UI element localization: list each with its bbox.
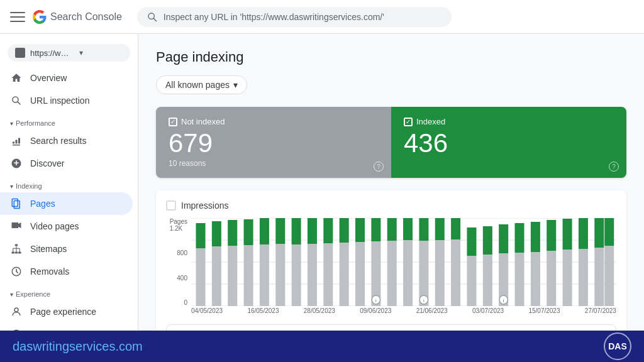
svg-rect-59 bbox=[435, 240, 445, 306]
hamburger-icon[interactable] bbox=[10, 9, 25, 25]
filter-button[interactable]: All known pages ▾ bbox=[156, 75, 247, 94]
google-g-icon bbox=[33, 10, 47, 24]
x-label-5: 21/06/2023 bbox=[416, 307, 448, 314]
svg-rect-25 bbox=[196, 248, 206, 306]
svg-point-16 bbox=[14, 308, 18, 312]
not-indexed-sub: 10 reasons bbox=[169, 159, 379, 168]
filter-label: All known pages bbox=[165, 80, 230, 90]
svg-rect-36 bbox=[275, 218, 285, 244]
sidebar-label-pages: Pages bbox=[30, 199, 55, 209]
chevron-down-icon: ▾ bbox=[10, 291, 13, 298]
svg-rect-78 bbox=[563, 219, 572, 250]
y-label-pages: Pages1.2K bbox=[170, 218, 187, 232]
svg-text:i: i bbox=[503, 298, 504, 304]
svg-rect-82 bbox=[594, 218, 604, 248]
sidebar-label-search-results: Search results bbox=[30, 136, 86, 146]
main-layout: https://www.daswrit... ▾ Overview URL in… bbox=[0, 34, 644, 331]
sidebar-item-video-pages[interactable]: Video pages bbox=[0, 215, 133, 238]
view-data-row[interactable]: ✓ View data about indexed pages › bbox=[166, 324, 616, 331]
experience-icon bbox=[10, 305, 23, 318]
sidebar-label-page-experience: Page experience bbox=[30, 307, 96, 317]
x-label-4: 09/06/2023 bbox=[360, 307, 391, 314]
svg-line-3 bbox=[18, 102, 20, 104]
sidebar-label-video-pages: Video pages bbox=[30, 221, 79, 231]
sidebar: https://www.daswrit... ▾ Overview URL in… bbox=[0, 34, 138, 331]
x-label-2: 16/05/2023 bbox=[247, 307, 279, 314]
impressions-checkbox[interactable] bbox=[166, 200, 176, 211]
svg-rect-54 bbox=[403, 218, 413, 240]
svg-rect-65 bbox=[483, 255, 492, 306]
svg-text:i: i bbox=[423, 298, 425, 304]
sidebar-item-url-inspection[interactable]: URL inspection bbox=[0, 89, 133, 112]
svg-rect-41 bbox=[323, 243, 333, 306]
svg-rect-83 bbox=[604, 246, 614, 306]
home-icon bbox=[10, 72, 23, 84]
section-indexing-label: Indexing bbox=[16, 182, 42, 190]
svg-rect-72 bbox=[515, 223, 525, 253]
svg-rect-35 bbox=[275, 244, 285, 306]
svg-rect-81 bbox=[594, 248, 604, 306]
sidebar-item-overview[interactable]: Overview bbox=[0, 67, 133, 89]
site-url: https://www.daswrit... bbox=[30, 48, 74, 58]
section-performance: ▾ Performance bbox=[0, 112, 138, 129]
svg-rect-9 bbox=[18, 252, 21, 254]
sidebar-item-pages[interactable]: Pages bbox=[0, 192, 133, 215]
svg-rect-27 bbox=[212, 246, 221, 306]
svg-rect-68 bbox=[499, 224, 508, 253]
svg-rect-5 bbox=[14, 201, 19, 209]
impressions-toggle[interactable]: Impressions bbox=[166, 200, 616, 211]
sidebar-item-page-experience[interactable]: Page experience bbox=[0, 300, 133, 323]
svg-rect-77 bbox=[563, 250, 572, 306]
footer: daswritingservices.com DAS bbox=[0, 331, 644, 362]
y-label-400: 400 bbox=[177, 275, 187, 282]
svg-rect-30 bbox=[228, 220, 237, 246]
stats-row: ✓ Not indexed 679 10 reasons ? ✓ Indexed… bbox=[156, 107, 626, 178]
svg-rect-53 bbox=[403, 240, 413, 306]
svg-rect-71 bbox=[515, 253, 525, 306]
search-small-icon bbox=[10, 94, 23, 107]
filter-chevron-icon: ▾ bbox=[233, 80, 238, 90]
bar-chart: i i bbox=[191, 218, 616, 306]
not-indexed-help-icon[interactable]: ? bbox=[374, 162, 384, 172]
url-search-bar[interactable]: Inspect any URL in 'https://www.daswriti… bbox=[137, 7, 452, 27]
sidebar-item-discover[interactable]: Discover bbox=[0, 152, 133, 175]
svg-rect-45 bbox=[355, 242, 365, 306]
svg-rect-40 bbox=[308, 218, 317, 244]
svg-rect-73 bbox=[531, 252, 540, 306]
section-experience: ▾ Experience bbox=[0, 283, 138, 300]
svg-rect-33 bbox=[260, 244, 269, 306]
indexed-checkbox: ✓ bbox=[404, 118, 413, 126]
svg-rect-48 bbox=[371, 218, 380, 241]
remove-icon bbox=[10, 265, 23, 278]
chart-container: Impressions Pages1.2K 800 400 0 bbox=[156, 190, 626, 331]
y-label-800: 800 bbox=[177, 250, 187, 256]
page-title: Page indexing bbox=[156, 49, 626, 65]
svg-rect-29 bbox=[228, 246, 237, 306]
sidebar-label-removals: Removals bbox=[30, 266, 69, 277]
svg-rect-32 bbox=[244, 219, 253, 245]
search-placeholder: Inspect any URL in 'https://www.daswriti… bbox=[164, 12, 384, 22]
sidebar-label-url-inspection: URL inspection bbox=[30, 96, 89, 106]
sidebar-item-search-results[interactable]: Search results bbox=[0, 129, 133, 152]
chart-wrap: Pages1.2K 800 400 0 bbox=[166, 218, 616, 314]
chart-bar-icon bbox=[10, 134, 23, 147]
pages-icon bbox=[10, 197, 23, 210]
x-label-3: 28/05/2023 bbox=[304, 307, 335, 314]
svg-text:i: i bbox=[375, 298, 377, 304]
y-label-0: 0 bbox=[184, 299, 187, 306]
svg-rect-51 bbox=[387, 241, 397, 306]
svg-rect-38 bbox=[292, 218, 301, 244]
svg-rect-74 bbox=[531, 222, 540, 252]
site-selector[interactable]: https://www.daswrit... ▾ bbox=[8, 44, 130, 62]
sidebar-item-sitemaps[interactable]: Sitemaps bbox=[0, 238, 133, 260]
sidebar-item-core-web-vitals[interactable]: Core web vitals bbox=[0, 323, 133, 331]
stat-not-indexed: ✓ Not indexed 679 10 reasons ? bbox=[156, 107, 391, 178]
header: Search Console Inspect any URL in 'https… bbox=[0, 0, 644, 34]
indexed-help-icon[interactable]: ? bbox=[609, 162, 619, 172]
svg-rect-52 bbox=[387, 218, 397, 241]
indexed-count: 436 bbox=[404, 130, 614, 156]
asterisk-icon bbox=[10, 157, 23, 170]
footer-domain: daswritingservices.com bbox=[13, 339, 143, 354]
stat-indexed: ✓ Indexed 436 ? bbox=[391, 107, 626, 178]
sidebar-item-removals[interactable]: Removals bbox=[0, 260, 133, 283]
